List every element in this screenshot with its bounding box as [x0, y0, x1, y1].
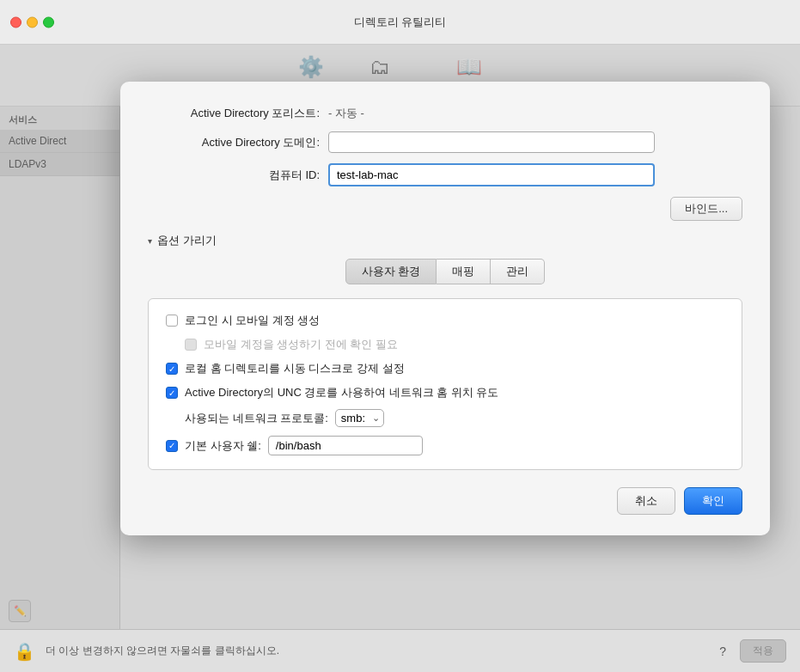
bottom-bar: 🔒 더 이상 변경하지 않으려면 자물쇠를 클릭하십시오. ? 적용	[0, 629, 800, 672]
options-tab-bar: 사용자 환경 매핑 관리	[148, 259, 742, 284]
close-button[interactable]	[10, 16, 21, 27]
checkbox-force-home[interactable]	[166, 363, 178, 375]
cancel-button[interactable]: 취소	[617, 487, 675, 515]
traffic-lights	[10, 16, 54, 27]
checkbox-unc-path[interactable]	[166, 387, 178, 399]
domain-input[interactable]	[328, 131, 655, 153]
option-confirm-before-create: 모바일 계정을 생성하기 전에 확인 필요	[185, 337, 724, 352]
protocol-select-wrapper: smb: afp: nfs:	[335, 409, 384, 427]
option-unc-path: Active Directory의 UNC 경로를 사용하여 네트워크 홈 위치…	[166, 385, 724, 400]
dialog-buttons: 취소 확인	[148, 487, 742, 515]
options-toggle[interactable]: ▾ 옵션 가리기	[148, 233, 742, 248]
tab-user-env[interactable]: 사용자 환경	[345, 259, 437, 284]
checkbox-default-shell[interactable]	[166, 440, 178, 452]
title-bar: 디렉토리 유틸리티	[0, 0, 800, 45]
minimize-button[interactable]	[27, 16, 38, 27]
options-label: 옵션 가리기	[157, 233, 217, 248]
bind-button[interactable]: 바인드...	[670, 197, 742, 221]
option-unc-label: Active Directory의 UNC 경로를 사용하여 네트워크 홈 위치…	[185, 385, 498, 400]
default-shell-label: 기본 사용자 쉘:	[185, 438, 261, 454]
shell-input[interactable]	[268, 436, 423, 455]
window-title: 디렉토리 유틸리티	[354, 15, 447, 30]
domain-row: Active Directory 도메인:	[148, 131, 742, 153]
bind-row: 바인드...	[148, 197, 742, 221]
lock-icon[interactable]: 🔒	[14, 641, 35, 662]
option-create-mobile: 로그인 시 모바일 계정 생성	[166, 313, 724, 328]
checkbox-create-mobile[interactable]	[166, 315, 178, 327]
option-confirm-label: 모바일 계정을 생성하기 전에 확인 필요	[204, 337, 398, 352]
apply-button[interactable]: 적용	[740, 639, 786, 663]
tab-mapping[interactable]: 매핑	[437, 259, 491, 284]
confirm-button[interactable]: 확인	[684, 487, 742, 515]
chevron-down-icon: ▾	[148, 236, 152, 246]
modal-dialog: Active Directory 포리스트: - 자동 - Active Dir…	[120, 82, 770, 535]
option-force-home: 로컬 홈 디렉토리를 시동 디스크로 강제 설정	[166, 361, 724, 376]
maximize-button[interactable]	[43, 16, 54, 27]
protocol-select[interactable]: smb: afp: nfs:	[335, 409, 384, 427]
domain-label: Active Directory 도메인:	[148, 135, 320, 150]
protocol-row: 사용되는 네트워크 프로토콜: smb: afp: nfs:	[185, 409, 724, 427]
checkbox-confirm-before-create[interactable]	[185, 339, 197, 351]
help-icon[interactable]: ?	[719, 645, 726, 658]
forest-label: Active Directory 포리스트:	[148, 106, 320, 121]
tab-admin[interactable]: 관리	[491, 259, 545, 284]
lock-message: 더 이상 변경하지 않으려면 자물쇠를 클릭하십시오.	[46, 644, 709, 658]
computer-id-label: 컴퓨터 ID:	[148, 168, 320, 183]
protocol-label: 사용되는 네트워크 프로토콜:	[185, 411, 328, 426]
bottom-bar-right: ? 적용	[719, 639, 786, 663]
forest-value: - 자동 -	[328, 106, 364, 121]
forest-row: Active Directory 포리스트: - 자동 -	[148, 106, 742, 121]
computer-id-row: 컴퓨터 ID:	[148, 163, 742, 186]
option-create-mobile-label: 로그인 시 모바일 계정 생성	[185, 313, 320, 328]
option-force-home-label: 로컬 홈 디렉토리를 시동 디스크로 강제 설정	[185, 361, 405, 376]
option-default-shell: 기본 사용자 쉘:	[166, 436, 724, 455]
options-panel: 로그인 시 모바일 계정 생성 모바일 계정을 생성하기 전에 확인 필요 로컬…	[148, 298, 742, 470]
computer-id-input[interactable]	[328, 163, 655, 186]
